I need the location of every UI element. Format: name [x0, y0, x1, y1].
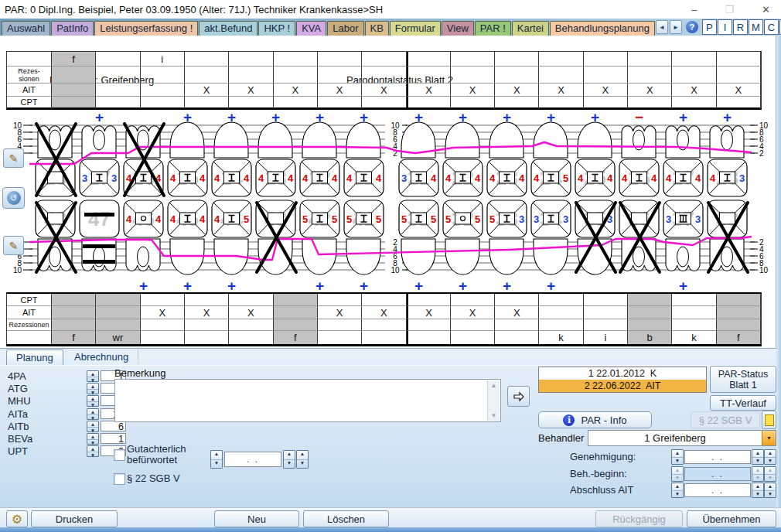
tab-kb[interactable]: KB — [365, 21, 389, 36]
table-cell[interactable] — [495, 294, 539, 305]
history-item[interactable]: 2 22.06.2022 AIT — [539, 380, 706, 392]
table-cell[interactable] — [141, 319, 185, 330]
table-cell[interactable] — [451, 66, 495, 83]
table-cell[interactable] — [362, 52, 406, 66]
table-cell[interactable]: k — [539, 330, 583, 344]
table-cell[interactable]: f — [52, 330, 96, 344]
gutachten-date-spinner[interactable]: ▲▼ — [283, 450, 295, 469]
table-cell[interactable] — [141, 330, 185, 344]
tab-labor[interactable]: Labor — [327, 21, 363, 36]
transfer-remark-button[interactable] — [507, 386, 530, 407]
table-cell[interactable] — [141, 96, 185, 107]
quick-button-M[interactable]: M — [749, 19, 763, 35]
aitb-spinner[interactable]: ▲▼ — [87, 421, 99, 432]
tab-scroll-right-icon[interactable]: ► — [670, 20, 682, 34]
table-cell[interactable] — [274, 66, 318, 83]
table-cell[interactable]: X — [141, 305, 185, 319]
table-cell[interactable] — [584, 319, 628, 330]
abschluss-date-field[interactable]: . . — [684, 483, 751, 497]
beva-value[interactable]: 1 — [101, 433, 126, 444]
table-cell[interactable] — [451, 96, 495, 107]
genehmigung-date-field[interactable]: . . — [684, 450, 751, 464]
table-cell[interactable] — [229, 52, 273, 66]
table-cell[interactable] — [52, 305, 96, 319]
table-cell[interactable] — [407, 294, 451, 305]
table-cell[interactable]: X — [407, 83, 451, 96]
edit-upper-button[interactable]: ✎ — [3, 148, 24, 168]
table-cell[interactable] — [96, 305, 140, 319]
gutachten-date-spinner[interactable]: ▲▼ — [210, 450, 223, 469]
table-cell[interactable] — [52, 66, 96, 83]
table-cell[interactable]: X — [539, 83, 583, 96]
table-cell[interactable]: X — [407, 305, 451, 319]
abschluss-spinner[interactable]: ▲▼ — [764, 483, 776, 498]
table-cell[interactable]: X — [318, 83, 362, 96]
edit-lower-button[interactable]: ✎ — [3, 236, 24, 255]
tab-abrechnung[interactable]: Abrechnung — [65, 350, 138, 364]
gutachterlich-checkbox[interactable] — [114, 449, 125, 461]
table-cell[interactable]: X — [672, 83, 716, 96]
table-cell[interactable] — [52, 319, 96, 330]
neu-button[interactable]: Neu — [214, 510, 299, 527]
table-cell[interactable] — [584, 294, 628, 305]
table-cell[interactable] — [717, 52, 761, 66]
table-cell[interactable] — [185, 330, 229, 344]
par-info-button[interactable]: i PAR - Info — [538, 411, 652, 428]
table-cell[interactable]: X — [229, 83, 273, 96]
beva-spinner[interactable]: ▲▼ — [87, 433, 99, 445]
tab-behandlungsplanung[interactable]: Behandlungsplanung — [550, 21, 655, 36]
table-cell[interactable] — [717, 66, 761, 83]
table-cell[interactable] — [539, 52, 583, 66]
table-cell[interactable] — [584, 96, 628, 107]
note-button[interactable] — [762, 411, 776, 429]
table-cell[interactable] — [229, 294, 273, 305]
genehmigung-spinner[interactable]: ▲▼ — [764, 449, 776, 465]
tab-scroll-left-icon[interactable]: ◄ — [656, 20, 668, 34]
table-cell[interactable] — [96, 294, 140, 305]
table-cell[interactable] — [318, 330, 362, 344]
table-cell[interactable] — [407, 96, 451, 107]
table-cell[interactable] — [628, 96, 672, 107]
uebernehmen-button[interactable]: Übernehmen — [687, 510, 776, 527]
table-cell[interactable] — [229, 330, 273, 344]
table-cell[interactable] — [274, 305, 318, 319]
minimize-icon[interactable]: – — [691, 4, 697, 15]
tab-hkp-[interactable]: HKP ! — [258, 21, 295, 36]
table-cell[interactable]: X — [362, 83, 406, 96]
quick-button-C[interactable]: C — [764, 19, 779, 35]
table-cell[interactable] — [407, 52, 451, 66]
table-cell[interactable]: f — [274, 330, 318, 344]
table-cell[interactable]: X — [318, 305, 362, 319]
tab-kva[interactable]: KVA — [296, 21, 326, 36]
table-cell[interactable] — [672, 96, 716, 107]
table-cell[interactable] — [318, 52, 362, 66]
table-cell[interactable]: X — [185, 83, 229, 96]
table-cell[interactable] — [495, 66, 539, 83]
table-cell[interactable]: wr — [96, 330, 140, 344]
bemerkung-scrollbar[interactable]: ▲▼ — [487, 380, 500, 421]
table-cell[interactable] — [274, 52, 318, 66]
4pa-spinner[interactable]: ▲▼ — [87, 370, 99, 382]
table-cell[interactable] — [185, 96, 229, 107]
table-cell[interactable] — [539, 96, 583, 107]
tt-verlauf-button[interactable]: TT-Verlauf — [710, 395, 776, 411]
history-button[interactable]: ↺ — [2, 187, 25, 209]
par-history-list[interactable]: 1 22.01.2012 K2 22.06.2022 AIT — [538, 367, 707, 393]
table-cell[interactable] — [539, 305, 583, 319]
drucken-button[interactable]: Drucken — [31, 510, 118, 527]
settings-button[interactable]: ⚙ — [6, 510, 28, 527]
gutachten-date-spinner[interactable]: ▲▼ — [296, 450, 309, 469]
aitb-value[interactable]: 6 — [101, 421, 126, 431]
tab-auswahl[interactable]: Auswahl — [2, 21, 50, 36]
upt-spinner[interactable]: ▲▼ — [87, 445, 99, 457]
table-cell[interactable] — [318, 96, 362, 107]
table-cell[interactable] — [495, 96, 539, 107]
table-cell[interactable] — [362, 66, 406, 83]
table-cell[interactable] — [185, 66, 229, 83]
table-cell[interactable] — [539, 294, 583, 305]
tab-patinfo[interactable]: PatInfo — [51, 21, 94, 36]
table-cell[interactable] — [451, 319, 495, 330]
table-cell[interactable] — [52, 96, 96, 107]
table-cell[interactable] — [362, 330, 406, 344]
behandler-dropdown[interactable]: 1 Greifenberg ▼ — [588, 430, 776, 446]
